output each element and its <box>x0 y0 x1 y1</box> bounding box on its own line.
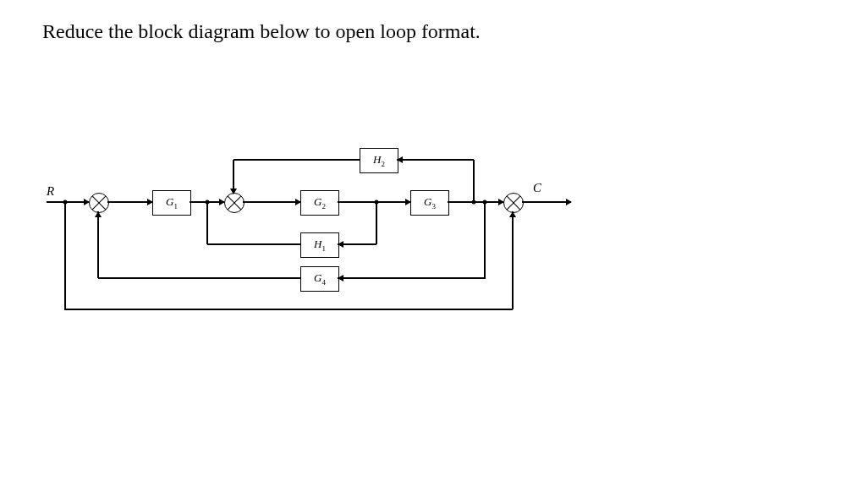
summing-junction-3 <box>503 193 524 213</box>
output-label: C <box>533 181 541 195</box>
arrowhead-icon <box>509 211 516 217</box>
arrowhead-icon <box>147 199 153 205</box>
wire <box>207 243 300 245</box>
wire <box>97 211 99 278</box>
wire <box>397 159 474 161</box>
block-g3: G3 <box>410 190 449 216</box>
arrowhead-icon <box>338 241 343 248</box>
arrowhead-icon <box>84 199 90 205</box>
summing-junction-1 <box>89 193 109 213</box>
block-g1: G1 <box>152 190 191 216</box>
arrowhead-icon <box>95 211 102 217</box>
wire <box>206 202 208 244</box>
wire <box>376 202 377 244</box>
page: Reduce the block diagram below to open l… <box>0 0 868 492</box>
wire <box>473 160 475 202</box>
instruction-text: Reduce the block diagram below to open l… <box>42 20 481 43</box>
wire <box>338 277 485 279</box>
block-h1: H1 <box>300 232 339 258</box>
wire <box>243 201 300 203</box>
arrowhead-icon <box>230 189 237 194</box>
arrowhead-icon <box>219 199 225 205</box>
block-g4: G4 <box>300 266 339 292</box>
wire <box>47 201 89 203</box>
arrowhead-icon <box>566 199 572 205</box>
wire <box>107 201 152 203</box>
summing-junction-2 <box>224 193 244 213</box>
arrowhead-icon <box>498 199 504 205</box>
block-diagram: R C G1 G2 G3 H2 H1 G4 <box>47 144 580 330</box>
arrowhead-icon <box>295 199 301 205</box>
block-g2: G2 <box>300 190 339 216</box>
arrowhead-icon <box>397 156 403 163</box>
block-h2: H2 <box>360 148 398 173</box>
input-label: R <box>47 184 54 199</box>
wire <box>512 211 514 309</box>
arrowhead-icon <box>405 199 411 205</box>
wire <box>233 159 360 161</box>
arrowhead-icon <box>338 275 343 282</box>
wire <box>65 309 513 310</box>
wire <box>64 202 66 310</box>
wire <box>98 277 300 279</box>
wire <box>522 201 571 203</box>
wire <box>484 202 486 279</box>
